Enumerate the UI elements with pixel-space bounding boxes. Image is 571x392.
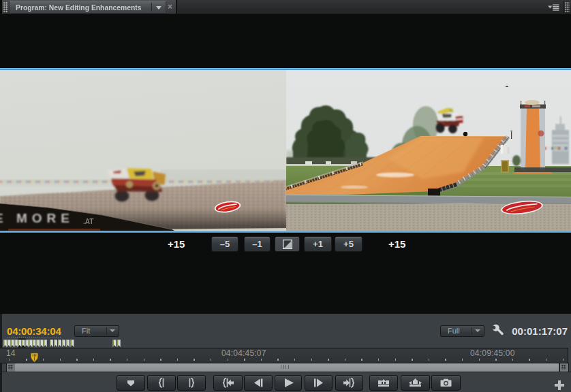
svg-text:E MORE: E MORE [0,211,74,225]
svg-text:.AT: .AT [83,218,93,225]
